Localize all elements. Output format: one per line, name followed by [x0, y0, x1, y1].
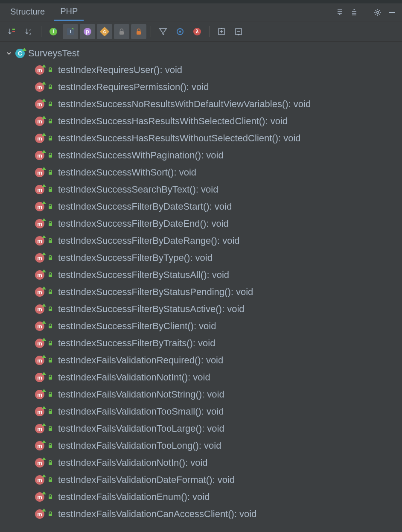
- svg-rect-28: [49, 138, 52, 140]
- method-signature-label: testIndexFailsValidationTooSmall(): void: [58, 406, 224, 417]
- svg-rect-24: [49, 70, 52, 72]
- method-row[interactable]: mtestIndexFailsValidationEnum(): void: [4, 488, 402, 506]
- method-signature-label: testIndexSuccessHasResultsWithSelectedCl…: [58, 116, 288, 127]
- svg-rect-30: [49, 172, 52, 175]
- lock-open-icon: [47, 101, 54, 108]
- method-row[interactable]: mtestIndexFailsValidationCanAccessClient…: [4, 506, 402, 523]
- method-row[interactable]: mtestIndexSuccessWithSort(): void: [4, 164, 402, 181]
- lock-open-icon: [47, 476, 54, 483]
- tab-structure[interactable]: Structure: [4, 4, 51, 20]
- method-signature-label: testIndexFailsValidationNotIn(): void: [58, 457, 208, 468]
- svg-rect-27: [49, 121, 52, 123]
- method-row[interactable]: mtestIndexFailsValidationDateFormat(): v…: [4, 471, 402, 488]
- lock-open-icon: [47, 306, 54, 313]
- method-row[interactable]: mtestIndexSuccessFilterByStatusAll(): vo…: [4, 266, 402, 284]
- method-icon: m: [35, 99, 44, 109]
- lock-open-icon: [47, 67, 54, 73]
- sort-alpha-button[interactable]: az: [21, 24, 37, 39]
- svg-rect-39: [49, 326, 52, 328]
- method-icon: m: [35, 270, 44, 280]
- tab-php[interactable]: PHP: [54, 4, 84, 21]
- svg-rect-15: [119, 31, 124, 35]
- lock-open-icon: [47, 494, 54, 500]
- method-icon: m: [35, 492, 44, 502]
- method-row[interactable]: mtestIndexSuccessNoResultsWithDefaultVie…: [4, 96, 402, 113]
- svg-rect-31: [49, 189, 52, 192]
- method-row[interactable]: mtestIndexFailsValidationRequired(): voi…: [4, 352, 402, 369]
- method-row[interactable]: mtestIndexSuccessFilterByDateRange(): vo…: [4, 232, 402, 249]
- method-row[interactable]: mtestIndexFailsValidationTooLarge(): voi…: [4, 420, 402, 437]
- method-row[interactable]: mtestIndexFailsValidationNotIn(): void: [4, 454, 402, 471]
- lock-open-icon: [47, 511, 54, 517]
- lock-open-icon: [47, 118, 54, 125]
- show-properties-button[interactable]: p: [80, 24, 95, 39]
- tabs-bar: Structure PHP: [0, 3, 402, 21]
- lock-open-icon: [47, 323, 54, 330]
- method-row[interactable]: mtestIndexRequiresPermission(): void: [4, 79, 402, 96]
- svg-rect-40: [49, 343, 52, 345]
- svg-rect-45: [49, 428, 52, 431]
- method-row[interactable]: mtestIndexSuccessFilterByStatusPending()…: [4, 284, 402, 301]
- svg-point-19: [179, 30, 181, 32]
- method-row[interactable]: mtestIndexSuccessFilterByStatusActive():…: [4, 301, 402, 318]
- hide-icon[interactable]: [387, 7, 398, 18]
- method-row[interactable]: mtestIndexSuccessWithPagination(): void: [4, 147, 402, 164]
- collapse-all-icon[interactable]: [349, 7, 360, 18]
- lock-open-icon: [47, 220, 54, 227]
- method-row[interactable]: mtestIndexSuccessFilterByType(): void: [4, 249, 402, 266]
- autoscroll-to-source-button[interactable]: [172, 24, 188, 39]
- sort-by-visibility-button[interactable]: [4, 24, 20, 39]
- filter-button[interactable]: [155, 24, 171, 39]
- collapse-all-toolbar-button[interactable]: [231, 24, 246, 39]
- method-signature-label: testIndexSuccessFilterByStatusActive(): …: [58, 304, 245, 315]
- svg-text:z: z: [29, 32, 31, 35]
- method-row[interactable]: mtestIndexSuccessFilterByClient(): void: [4, 318, 402, 335]
- method-icon: m: [35, 407, 44, 416]
- lock-open-icon: [47, 135, 54, 142]
- svg-rect-49: [49, 497, 52, 499]
- method-icon: m: [35, 509, 44, 519]
- gear-icon[interactable]: [372, 7, 383, 18]
- header-divider: [366, 7, 366, 18]
- expand-all-toolbar-button[interactable]: [214, 24, 229, 39]
- show-constants-button[interactable]: c: [97, 24, 112, 39]
- svg-rect-46: [49, 445, 52, 448]
- method-signature-label: testIndexSuccessFilterByTraits(): void: [58, 338, 215, 349]
- svg-rect-3: [12, 31, 15, 32]
- method-icon: m: [35, 458, 44, 468]
- svg-rect-41: [49, 360, 52, 362]
- chevron-down-icon[interactable]: [4, 49, 14, 58]
- method-signature-label: testIndexSuccessWithSort(): void: [58, 167, 196, 178]
- method-icon: m: [35, 168, 44, 177]
- method-row[interactable]: mtestIndexSuccessFilterByDateStart(): vo…: [4, 198, 402, 215]
- method-row[interactable]: mtestIndexSuccessFilterByTraits(): void: [4, 335, 402, 352]
- show-lambda-button[interactable]: λ: [189, 24, 205, 39]
- method-row[interactable]: mtestIndexSuccessHasResultsWithSelectedC…: [4, 113, 402, 130]
- lock-open-icon: [47, 254, 54, 261]
- class-row[interactable]: C SurveysTest: [4, 45, 402, 61]
- show-fields-button[interactable]: f: [63, 24, 78, 39]
- lock-open-icon: [47, 357, 54, 364]
- method-row[interactable]: mtestIndexFailsValidationNotString(): vo…: [4, 386, 402, 403]
- show-protected-button[interactable]: [131, 24, 146, 39]
- lock-open-icon: [47, 408, 54, 415]
- svg-text:I: I: [52, 29, 54, 35]
- lock-open-icon: [47, 459, 54, 466]
- method-row[interactable]: mtestIndexFailsValidationNotInt(): void: [4, 369, 402, 386]
- svg-text:p: p: [86, 29, 89, 35]
- method-signature-label: testIndexSuccessFilterByDateStart(): voi…: [58, 201, 232, 212]
- method-signature-label: testIndexSuccessWithPagination(): void: [58, 150, 224, 161]
- method-row[interactable]: mtestIndexSuccessSearchByText(): void: [4, 181, 402, 198]
- method-icon: m: [35, 356, 44, 365]
- method-row[interactable]: mtestIndexRequiresUser(): void: [4, 61, 402, 79]
- lock-open-icon: [47, 425, 54, 432]
- method-row[interactable]: mtestIndexFailsValidationTooLong(): void: [4, 437, 402, 454]
- method-row[interactable]: mtestIndexFailsValidationTooSmall(): voi…: [4, 403, 402, 420]
- show-private-button[interactable]: [114, 24, 129, 39]
- show-interfaces-button[interactable]: I: [46, 24, 61, 39]
- method-row[interactable]: mtestIndexSuccessHasResultsWithoutSelect…: [4, 130, 402, 147]
- method-signature-label: testIndexSuccessFilterByType(): void: [58, 252, 213, 263]
- expand-all-icon[interactable]: [334, 7, 345, 18]
- method-row[interactable]: mtestIndexSuccessFilterByDateEnd(): void: [4, 215, 402, 232]
- svg-text:λ: λ: [195, 28, 199, 35]
